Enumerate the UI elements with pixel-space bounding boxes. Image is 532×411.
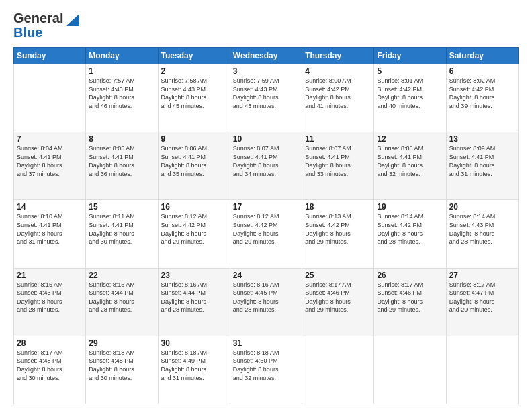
calendar-cell-w4-d6: 27Sunrise: 8:17 AMSunset: 4:47 PMDayligh… [446, 268, 518, 336]
week-row-1: 1Sunrise: 7:57 AMSunset: 4:43 PMDaylight… [14, 64, 519, 132]
day-info: Sunrise: 8:15 AMSunset: 4:44 PMDaylight:… [89, 281, 154, 314]
day-info: Sunrise: 7:57 AMSunset: 4:43 PMDaylight:… [89, 77, 154, 110]
day-number: 2 [161, 66, 227, 76]
calendar-cell-w1-d4: 4Sunrise: 8:00 AMSunset: 4:42 PMDaylight… [302, 64, 374, 132]
week-row-2: 7Sunrise: 8:04 AMSunset: 4:41 PMDaylight… [14, 132, 519, 200]
day-info: Sunrise: 8:01 AMSunset: 4:42 PMDaylight:… [377, 77, 443, 110]
main-container: General Blue Sunday Monday Tuesday Wedne… [0, 0, 532, 411]
calendar-cell-w1-d1: 1Sunrise: 7:57 AMSunset: 4:43 PMDaylight… [86, 64, 158, 132]
header-thursday: Thursday [302, 48, 374, 64]
day-number: 30 [161, 338, 227, 348]
day-info: Sunrise: 8:18 AMSunset: 4:49 PMDaylight:… [161, 349, 227, 382]
calendar-cell-w1-d6: 6Sunrise: 8:02 AMSunset: 4:42 PMDaylight… [446, 64, 518, 132]
calendar-cell-w4-d4: 25Sunrise: 8:17 AMSunset: 4:46 PMDayligh… [302, 268, 374, 336]
day-info: Sunrise: 8:02 AMSunset: 4:42 PMDaylight:… [449, 77, 515, 110]
day-info: Sunrise: 8:18 AMSunset: 4:48 PMDaylight:… [89, 349, 154, 382]
header-wednesday: Wednesday [230, 48, 302, 64]
day-info: Sunrise: 8:13 AMSunset: 4:42 PMDaylight:… [305, 212, 371, 246]
day-info: Sunrise: 8:17 AMSunset: 4:47 PMDaylight:… [449, 281, 515, 314]
day-number: 12 [377, 134, 443, 144]
calendar-cell-w3-d6: 20Sunrise: 8:14 AMSunset: 4:43 PMDayligh… [446, 200, 518, 268]
calendar-cell-w5-d5 [374, 336, 446, 404]
header: General Blue [13, 11, 519, 40]
day-info: Sunrise: 8:18 AMSunset: 4:50 PMDaylight:… [233, 349, 299, 382]
day-number: 18 [305, 202, 371, 212]
day-number: 19 [377, 202, 443, 212]
day-number: 25 [305, 271, 371, 280]
calendar-cell-w4-d3: 24Sunrise: 8:16 AMSunset: 4:45 PMDayligh… [230, 268, 302, 336]
calendar-cell-w1-d5: 5Sunrise: 8:01 AMSunset: 4:42 PMDaylight… [374, 64, 446, 132]
day-number: 23 [161, 271, 227, 280]
svg-marker-0 [66, 14, 79, 26]
calendar-cell-w5-d2: 30Sunrise: 8:18 AMSunset: 4:49 PMDayligh… [158, 336, 230, 404]
day-info: Sunrise: 8:12 AMSunset: 4:42 PMDaylight:… [161, 212, 227, 246]
day-info: Sunrise: 8:15 AMSunset: 4:43 PMDaylight:… [17, 281, 83, 314]
calendar-table: Sunday Monday Tuesday Wednesday Thursday… [13, 47, 519, 404]
logo-blue-text: Blue [13, 25, 42, 40]
header-monday: Monday [86, 48, 158, 64]
calendar-cell-w3-d1: 15Sunrise: 8:11 AMSunset: 4:41 PMDayligh… [86, 200, 158, 268]
day-number: 13 [449, 134, 515, 144]
day-info: Sunrise: 8:08 AMSunset: 4:41 PMDaylight:… [377, 144, 443, 178]
day-number: 8 [89, 134, 154, 144]
week-row-5: 28Sunrise: 8:17 AMSunset: 4:48 PMDayligh… [14, 336, 519, 404]
calendar-header-row: Sunday Monday Tuesday Wednesday Thursday… [14, 48, 519, 64]
day-number: 29 [89, 338, 154, 348]
day-number: 27 [449, 271, 515, 280]
day-number: 17 [233, 202, 299, 212]
day-info: Sunrise: 8:00 AMSunset: 4:42 PMDaylight:… [305, 77, 371, 110]
day-info: Sunrise: 8:10 AMSunset: 4:41 PMDaylight:… [17, 212, 83, 246]
day-info: Sunrise: 8:06 AMSunset: 4:41 PMDaylight:… [161, 144, 227, 178]
day-number: 10 [233, 134, 299, 144]
day-info: Sunrise: 8:17 AMSunset: 4:46 PMDaylight:… [377, 281, 443, 314]
day-number: 16 [161, 202, 227, 212]
calendar-cell-w5-d3: 31Sunrise: 8:18 AMSunset: 4:50 PMDayligh… [230, 336, 302, 404]
calendar-cell-w5-d0: 28Sunrise: 8:17 AMSunset: 4:48 PMDayligh… [14, 336, 86, 404]
day-number: 22 [89, 271, 154, 280]
day-number: 20 [449, 202, 515, 212]
day-number: 24 [233, 271, 299, 280]
day-info: Sunrise: 7:59 AMSunset: 4:43 PMDaylight:… [233, 77, 299, 110]
day-number: 31 [233, 338, 299, 348]
day-info: Sunrise: 8:17 AMSunset: 4:46 PMDaylight:… [305, 281, 371, 314]
calendar-cell-w4-d5: 26Sunrise: 8:17 AMSunset: 4:46 PMDayligh… [374, 268, 446, 336]
day-number: 15 [89, 202, 154, 212]
day-info: Sunrise: 7:58 AMSunset: 4:43 PMDaylight:… [161, 77, 227, 110]
calendar-cell-w5-d4 [302, 336, 374, 404]
day-number: 1 [89, 66, 154, 76]
header-friday: Friday [374, 48, 446, 64]
calendar-cell-w2-d6: 13Sunrise: 8:09 AMSunset: 4:41 PMDayligh… [446, 132, 518, 200]
calendar-cell-w2-d2: 9Sunrise: 8:06 AMSunset: 4:41 PMDaylight… [158, 132, 230, 200]
day-info: Sunrise: 8:04 AMSunset: 4:41 PMDaylight:… [17, 144, 83, 178]
day-info: Sunrise: 8:11 AMSunset: 4:41 PMDaylight:… [89, 212, 154, 246]
day-info: Sunrise: 8:16 AMSunset: 4:44 PMDaylight:… [161, 281, 227, 314]
calendar-cell-w4-d0: 21Sunrise: 8:15 AMSunset: 4:43 PMDayligh… [14, 268, 86, 336]
calendar-cell-w2-d4: 11Sunrise: 8:07 AMSunset: 4:41 PMDayligh… [302, 132, 374, 200]
day-number: 3 [233, 66, 299, 76]
day-number: 6 [449, 66, 515, 76]
calendar-cell-w5-d6 [446, 336, 518, 404]
day-info: Sunrise: 8:12 AMSunset: 4:42 PMDaylight:… [233, 212, 299, 246]
header-saturday: Saturday [446, 48, 518, 64]
calendar-cell-w2-d0: 7Sunrise: 8:04 AMSunset: 4:41 PMDaylight… [14, 132, 86, 200]
day-info: Sunrise: 8:09 AMSunset: 4:41 PMDaylight:… [449, 144, 515, 178]
day-info: Sunrise: 8:16 AMSunset: 4:45 PMDaylight:… [233, 281, 299, 314]
day-info: Sunrise: 8:07 AMSunset: 4:41 PMDaylight:… [233, 144, 299, 178]
day-info: Sunrise: 8:14 AMSunset: 4:43 PMDaylight:… [449, 212, 515, 246]
calendar-cell-w5-d1: 29Sunrise: 8:18 AMSunset: 4:48 PMDayligh… [86, 336, 158, 404]
calendar-cell-w4-d2: 23Sunrise: 8:16 AMSunset: 4:44 PMDayligh… [158, 268, 230, 336]
day-info: Sunrise: 8:17 AMSunset: 4:48 PMDaylight:… [17, 349, 83, 382]
calendar-cell-w4-d1: 22Sunrise: 8:15 AMSunset: 4:44 PMDayligh… [86, 268, 158, 336]
calendar-cell-w3-d5: 19Sunrise: 8:14 AMSunset: 4:42 PMDayligh… [374, 200, 446, 268]
day-number: 11 [305, 134, 371, 144]
calendar-cell-w3-d4: 18Sunrise: 8:13 AMSunset: 4:42 PMDayligh… [302, 200, 374, 268]
calendar-cell-w1-d3: 3Sunrise: 7:59 AMSunset: 4:43 PMDaylight… [230, 64, 302, 132]
day-number: 21 [17, 271, 83, 280]
logo-arrow-icon [64, 11, 79, 26]
day-info: Sunrise: 8:05 AMSunset: 4:41 PMDaylight:… [89, 144, 154, 178]
day-number: 4 [305, 66, 371, 76]
calendar-cell-w1-d2: 2Sunrise: 7:58 AMSunset: 4:43 PMDaylight… [158, 64, 230, 132]
day-number: 28 [17, 338, 83, 348]
calendar-cell-w2-d3: 10Sunrise: 8:07 AMSunset: 4:41 PMDayligh… [230, 132, 302, 200]
day-info: Sunrise: 8:14 AMSunset: 4:42 PMDaylight:… [377, 212, 443, 246]
